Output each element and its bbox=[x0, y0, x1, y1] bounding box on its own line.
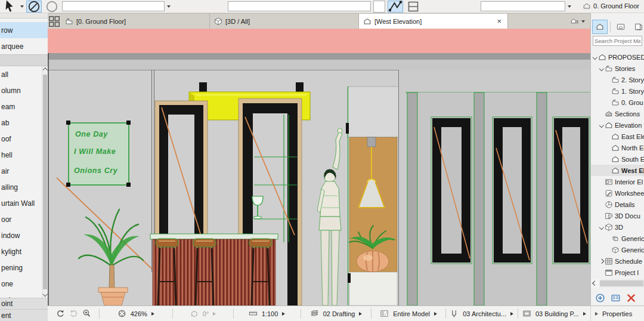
properties-expand-icon[interactable] bbox=[595, 312, 598, 316]
drawing-canvas[interactable]: One Day I Will Make Onions Cry bbox=[48, 29, 590, 305]
toolbox-item-row[interactable]: row bbox=[0, 22, 48, 38]
drawing-scale[interactable]: 1:100 bbox=[262, 310, 278, 317]
layout-flyout-icon[interactable] bbox=[583, 312, 586, 316]
renovation-filter-icon[interactable] bbox=[380, 309, 389, 318]
zoom-level[interactable]: 426% bbox=[131, 310, 147, 317]
pen-set-icon[interactable] bbox=[450, 309, 459, 318]
circle-tool-button[interactable] bbox=[44, 1, 60, 13]
tree-item-details[interactable]: Details bbox=[591, 199, 644, 210]
quick-options-grid-icon[interactable] bbox=[48, 14, 61, 29]
toolbar-combo-1[interactable] bbox=[62, 1, 165, 11]
tab-0-ground-floor[interactable]: [0. Ground Floor] bbox=[61, 14, 210, 29]
marquee-tool-button[interactable] bbox=[26, 1, 42, 13]
scroll-up-icon[interactable] bbox=[42, 66, 48, 74]
toolbox-item-eam[interactable]: eam bbox=[0, 98, 42, 115]
toolbox-scrollbar[interactable] bbox=[42, 66, 48, 298]
tab-3d-all[interactable]: [3D / All] bbox=[210, 14, 359, 29]
chevron-down-icon[interactable] bbox=[599, 124, 605, 127]
tree-item-3d[interactable]: 3D bbox=[591, 221, 644, 233]
layer-combination[interactable]: 02 Drafting bbox=[323, 310, 355, 317]
combo-dropdown-icon[interactable] bbox=[167, 5, 171, 8]
toolbox-footer-ent[interactable]: ent bbox=[0, 309, 48, 321]
delete-icon[interactable] bbox=[626, 293, 636, 303]
tree-item-west-el[interactable]: West El bbox=[591, 165, 644, 176]
tree-item-generic[interactable]: Generic bbox=[591, 233, 644, 244]
chevron-down-icon[interactable] bbox=[599, 226, 605, 229]
chevron-down-icon[interactable] bbox=[592, 55, 598, 59]
toolbox-item-one[interactable]: one bbox=[0, 276, 42, 292]
zoom-flyout-icon[interactable] bbox=[151, 312, 154, 316]
layers-icon[interactable] bbox=[310, 309, 319, 318]
toolbar-combo-2[interactable] bbox=[228, 1, 371, 11]
scroll-down-icon[interactable] bbox=[42, 290, 48, 298]
neon-text-sign[interactable]: One Day I Will Make Onions Cry bbox=[66, 121, 131, 187]
view-map-button[interactable] bbox=[613, 20, 628, 34]
organizer-button[interactable] bbox=[565, 14, 590, 29]
tree-item-0-grou[interactable]: 0. Grou bbox=[591, 97, 644, 108]
arrow-tool-icon[interactable] bbox=[2, 1, 18, 13]
pen-set[interactable]: 03 Architectu... bbox=[463, 310, 506, 317]
toolbox-item-urtain-wall[interactable]: urtain Wall bbox=[0, 195, 42, 211]
renovation-filter[interactable]: Entire Model bbox=[393, 310, 430, 317]
toolbar-small-button[interactable] bbox=[373, 1, 385, 13]
layout-set-icon[interactable] bbox=[522, 309, 531, 318]
project-map-button[interactable] bbox=[592, 20, 608, 34]
chevron-down-icon[interactable] bbox=[599, 67, 605, 70]
tree-item-schedule[interactable]: Schedule bbox=[591, 255, 644, 267]
toolbox-scrollbar-thumb[interactable] bbox=[43, 75, 47, 289]
toolbox-item-indow[interactable]: indow bbox=[0, 227, 42, 243]
tree-item-1-story[interactable]: 1. Story bbox=[591, 85, 644, 97]
zoom-previous-icon[interactable] bbox=[56, 309, 65, 318]
zoom-in-icon[interactable] bbox=[82, 309, 91, 318]
tab-west-elevation[interactable]: [West Elevation]× bbox=[359, 14, 508, 29]
pen-set-flyout-icon[interactable] bbox=[510, 312, 513, 316]
close-tab-icon[interactable]: × bbox=[495, 17, 503, 26]
tree-item-generic[interactable]: Generic bbox=[591, 244, 644, 255]
tree-item-south-e[interactable]: South E bbox=[591, 153, 644, 165]
tree-item-east-ele[interactable]: East Ele bbox=[591, 131, 644, 142]
viewpoint-settings-icon[interactable] bbox=[611, 293, 621, 303]
tree-horizontal-scrollbar[interactable] bbox=[591, 279, 644, 288]
polyline-tool-button[interactable] bbox=[388, 1, 403, 13]
search-input[interactable] bbox=[593, 36, 642, 46]
tree-item-proposed[interactable]: PROPOSED bbox=[591, 51, 644, 63]
toolbox-item-olumn[interactable]: olumn bbox=[0, 82, 42, 98]
scrollbar-thumb[interactable] bbox=[600, 280, 643, 286]
properties-bar[interactable]: Properties bbox=[590, 305, 644, 321]
combo3-dropdown-icon[interactable] bbox=[568, 5, 571, 8]
toolbox-item-ailing[interactable]: ailing bbox=[0, 179, 42, 195]
chevron-right-icon[interactable] bbox=[599, 260, 605, 263]
layer-flyout-icon[interactable] bbox=[359, 312, 362, 316]
toolbox-item-pening[interactable]: pening bbox=[0, 260, 42, 276]
toolbox-item-hell[interactable]: hell bbox=[0, 147, 42, 163]
toolbox-item-air[interactable]: air bbox=[0, 163, 42, 179]
scale-flyout-icon[interactable] bbox=[282, 312, 285, 316]
toolbar-combo-3[interactable] bbox=[481, 1, 565, 11]
tree-item-north-el[interactable]: North El bbox=[591, 142, 644, 153]
pan-icon[interactable] bbox=[117, 309, 126, 318]
scroll-left-icon[interactable] bbox=[591, 279, 599, 288]
layout-set[interactable]: 03 Building P... bbox=[535, 310, 579, 317]
tree-item-stories[interactable]: Stories bbox=[591, 63, 644, 74]
renovation-flyout-icon[interactable] bbox=[434, 312, 437, 316]
scale-ruler-icon[interactable] bbox=[249, 309, 258, 318]
add-viewpoint-icon[interactable] bbox=[595, 293, 605, 303]
toolbox-item-oor[interactable]: oor bbox=[0, 211, 42, 227]
tree-item-project-i[interactable]: Project I bbox=[591, 267, 644, 276]
toolbox-footer-oint[interactable]: oint bbox=[0, 298, 48, 309]
tree-item-2-story[interactable]: 2. Story bbox=[591, 74, 644, 85]
toolbox-item-all[interactable]: all bbox=[0, 66, 42, 82]
arrow-tool-dropdown-icon[interactable] bbox=[20, 5, 24, 8]
tree-item-elevation[interactable]: Elevation bbox=[591, 119, 644, 131]
tree-item-interior-el[interactable]: Interior El bbox=[591, 176, 644, 187]
layout-book-button[interactable] bbox=[631, 20, 644, 34]
toolbox-item-arquee[interactable]: arquee bbox=[0, 38, 42, 54]
toolbox-item-kylight[interactable]: kylight bbox=[0, 243, 42, 260]
toolbox-item-oof[interactable]: oof bbox=[0, 131, 42, 147]
toolbox-item-ab[interactable]: ab bbox=[0, 115, 42, 131]
tree-item-sections[interactable]: Sections bbox=[591, 108, 644, 119]
misc-tool-button[interactable] bbox=[405, 1, 421, 13]
toolbox-item-esh[interactable]: esh bbox=[0, 292, 42, 298]
tree-item-3d-docu[interactable]: 3D Docu bbox=[591, 210, 644, 221]
tree-item-workshee[interactable]: Workshee bbox=[591, 187, 644, 199]
